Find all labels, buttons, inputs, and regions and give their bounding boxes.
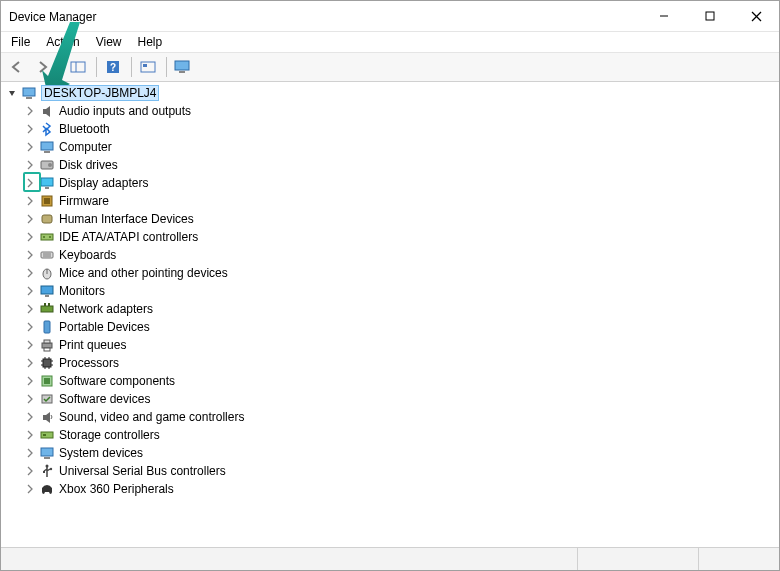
chevron-right-icon[interactable]	[23, 104, 37, 118]
tree-item-label: Firmware	[59, 194, 109, 208]
svg-text:?: ?	[110, 62, 116, 73]
devices-monitor-button[interactable]	[171, 56, 195, 78]
tree-item[interactable]: Computer	[5, 138, 779, 156]
scan-hardware-button[interactable]	[136, 56, 160, 78]
tree-item-label: Mice and other pointing devices	[59, 266, 228, 280]
menu-help[interactable]: Help	[130, 33, 171, 51]
chevron-right-icon[interactable]	[23, 374, 37, 388]
console-tree-icon	[70, 60, 86, 74]
show-hide-console-button[interactable]	[66, 56, 90, 78]
maximize-button[interactable]	[687, 1, 733, 31]
ide-icon	[39, 229, 55, 245]
chevron-right-icon[interactable]	[23, 176, 37, 190]
svg-rect-16	[44, 151, 50, 153]
minimize-icon	[659, 11, 669, 21]
chevron-right-icon[interactable]	[23, 356, 37, 370]
chevron-right-icon[interactable]	[23, 158, 37, 172]
tree-item[interactable]: Audio inputs and outputs	[5, 102, 779, 120]
chevron-right-icon[interactable]	[23, 140, 37, 154]
minimize-button[interactable]	[641, 1, 687, 31]
tree-item-label: Human Interface Devices	[59, 212, 194, 226]
sound-icon	[39, 409, 55, 425]
tree-item[interactable]: Processors	[5, 354, 779, 372]
tree-item[interactable]: Keyboards	[5, 246, 779, 264]
menu-view[interactable]: View	[88, 33, 130, 51]
statusbar-pane	[1, 548, 577, 570]
chevron-right-icon[interactable]	[23, 212, 37, 226]
chevron-right-icon[interactable]	[23, 122, 37, 136]
tree-item[interactable]: Software devices	[5, 390, 779, 408]
chevron-right-icon[interactable]	[23, 194, 37, 208]
tree-item[interactable]: System devices	[5, 444, 779, 462]
toolbar-separator	[61, 57, 62, 77]
scan-hardware-icon	[140, 60, 156, 74]
monitor-icon	[39, 283, 55, 299]
chevron-right-icon[interactable]	[23, 284, 37, 298]
tree-item[interactable]: Firmware	[5, 192, 779, 210]
svg-rect-35	[44, 303, 46, 306]
svg-rect-54	[41, 432, 53, 438]
svg-rect-56	[41, 448, 53, 456]
tree-item[interactable]: Display adapters	[5, 174, 779, 192]
chevron-right-icon[interactable]	[23, 446, 37, 460]
tree-item[interactable]: Print queues	[5, 336, 779, 354]
svg-rect-40	[44, 348, 50, 351]
back-button[interactable]	[5, 56, 29, 78]
chevron-right-icon[interactable]	[23, 302, 37, 316]
tree-item[interactable]: Sound, video and game controllers	[5, 408, 779, 426]
statusbar-pane	[577, 548, 698, 570]
chevron-down-icon[interactable]	[5, 86, 19, 100]
chevron-right-icon[interactable]	[23, 428, 37, 442]
processor-icon	[39, 355, 55, 371]
chevron-right-icon[interactable]	[23, 230, 37, 244]
tree-item[interactable]: Storage controllers	[5, 426, 779, 444]
toolbar-separator	[96, 57, 97, 77]
software-component-icon	[39, 373, 55, 389]
chevron-right-icon[interactable]	[23, 320, 37, 334]
menu-action[interactable]: Action	[38, 33, 87, 51]
menu-file[interactable]: File	[3, 33, 38, 51]
svg-rect-41	[43, 359, 51, 367]
chevron-right-icon[interactable]	[23, 266, 37, 280]
close-button[interactable]	[733, 1, 779, 31]
svg-rect-1	[706, 12, 714, 20]
forward-button[interactable]	[31, 56, 55, 78]
keyboard-icon	[39, 247, 55, 263]
svg-rect-19	[41, 178, 53, 186]
tree-item[interactable]: Universal Serial Bus controllers	[5, 462, 779, 480]
tree-item-label: Bluetooth	[59, 122, 110, 136]
xbox-icon	[39, 481, 55, 497]
chevron-right-icon[interactable]	[23, 410, 37, 424]
tree-item[interactable]: Network adapters	[5, 300, 779, 318]
chevron-right-icon[interactable]	[23, 464, 37, 478]
svg-point-25	[43, 236, 45, 238]
chevron-right-icon[interactable]	[23, 482, 37, 496]
hid-icon	[39, 211, 55, 227]
chevron-right-icon[interactable]	[23, 338, 37, 352]
svg-point-60	[50, 468, 52, 470]
chevron-right-icon[interactable]	[23, 392, 37, 406]
chevron-right-icon[interactable]	[23, 248, 37, 262]
tree-root[interactable]: DESKTOP-JBMPLJ4	[5, 84, 779, 102]
display-icon	[39, 175, 55, 191]
svg-point-18	[48, 163, 52, 167]
svg-rect-22	[44, 198, 50, 204]
tree-item[interactable]: IDE ATA/ATAPI controllers	[5, 228, 779, 246]
window-title: Device Manager	[9, 8, 641, 24]
svg-rect-39	[44, 340, 50, 343]
svg-rect-11	[179, 71, 185, 73]
tree-item[interactable]: Portable Devices	[5, 318, 779, 336]
tree-item[interactable]: Xbox 360 Peripherals	[5, 480, 779, 498]
tree-item[interactable]: Software components	[5, 372, 779, 390]
tree-item[interactable]: Human Interface Devices	[5, 210, 779, 228]
tree-item[interactable]: Disk drives	[5, 156, 779, 174]
tree-item-label: Portable Devices	[59, 320, 150, 334]
toolbar-separator	[166, 57, 167, 77]
help-button[interactable]: ?	[101, 56, 125, 78]
device-tree[interactable]: DESKTOP-JBMPLJ4Audio inputs and outputsB…	[1, 82, 779, 547]
tree-item[interactable]: Mice and other pointing devices	[5, 264, 779, 282]
tree-item-label: Disk drives	[59, 158, 118, 172]
svg-point-58	[46, 465, 49, 468]
tree-item[interactable]: Bluetooth	[5, 120, 779, 138]
tree-item[interactable]: Monitors	[5, 282, 779, 300]
